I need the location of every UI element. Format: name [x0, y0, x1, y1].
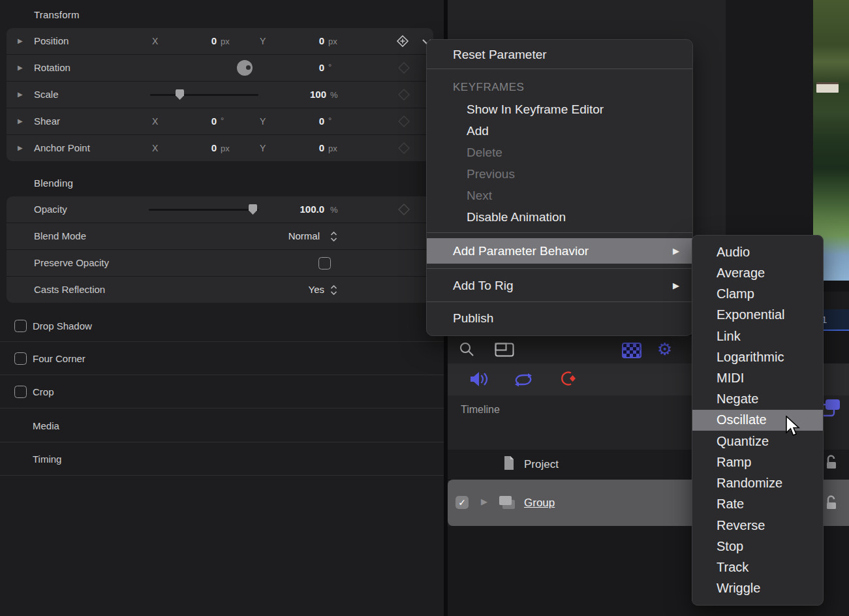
x-value-field[interactable]: 0 [163, 142, 217, 153]
drop-shadow-checkbox[interactable] [14, 320, 27, 332]
rotation-value-field[interactable]: 0 [268, 62, 324, 73]
param-label: Scale [34, 89, 59, 100]
submenu-item-audio[interactable]: Audio [692, 241, 823, 262]
document-icon [503, 455, 515, 470]
param-label: Anchor Point [34, 142, 90, 153]
transform-rows: ▶ Position X 0 px Y 0 px ▶ Rotation [7, 28, 433, 161]
keyframe-button[interactable] [397, 61, 410, 74]
row-shear: ▶ Shear X 0 ° Y 0 ° [7, 108, 433, 134]
submenu-item-randomize[interactable]: Randomize [692, 473, 823, 494]
x-value-field[interactable]: 0 [163, 116, 217, 127]
menu-item-delete: Delete [427, 142, 692, 163]
scale-slider-thumb[interactable] [176, 89, 184, 100]
mouse-cursor [785, 416, 801, 438]
y-axis-label: Y [260, 36, 266, 46]
project-label: Project [524, 458, 559, 471]
disclosure-triangle[interactable]: ▶ [18, 65, 23, 71]
popup-stepper-icon[interactable] [330, 232, 337, 241]
disclosure-triangle[interactable]: ▶ [18, 118, 23, 125]
submenu-item-reverse[interactable]: Reverse [692, 515, 823, 536]
scale-unit-label: % [330, 90, 338, 100]
menu-item-show-in-keyframe-editor[interactable]: Show In Keyframe Editor [427, 99, 692, 120]
keyframe-button[interactable] [397, 115, 410, 128]
submenu-item-exponential[interactable]: Exponential [692, 305, 823, 326]
opacity-slider-track[interactable] [149, 209, 258, 211]
submenu-item-oscillate[interactable]: Oscillate [692, 410, 823, 431]
submenu-item-rate[interactable]: Rate [692, 494, 823, 515]
submenu-item-wriggle[interactable]: Wriggle [692, 578, 823, 599]
keyframe-button[interactable] [397, 203, 410, 216]
group-label: Drop Shadow [33, 320, 92, 331]
disclosure-triangle[interactable]: ▶ [481, 499, 487, 505]
submenu-item-link[interactable]: Link [692, 326, 823, 346]
menu-item-add-to-rig[interactable]: Add To Rig ▶ [427, 273, 692, 299]
menu-divider [427, 69, 692, 69]
menu-item-disable-animation[interactable]: Disable Animation [427, 206, 692, 228]
disclosure-triangle[interactable]: ▶ [18, 145, 23, 151]
submenu-item-track[interactable]: Track [692, 557, 823, 578]
dial-indicator-dot [246, 65, 251, 70]
four-corner-checkbox[interactable] [14, 352, 27, 365]
group-label[interactable]: Group [524, 497, 555, 510]
keyframe-button[interactable] [397, 142, 410, 155]
blend-mode-popup[interactable]: Normal [255, 230, 320, 241]
settings-gear-icon[interactable]: ⚙ [657, 341, 672, 358]
audio-speaker-icon[interactable] [469, 371, 488, 388]
preserve-opacity-checkbox[interactable] [318, 257, 331, 270]
group-layers-icon [497, 494, 521, 512]
keyframe-button[interactable] [397, 88, 410, 101]
row-scale: ▶ Scale 100 % [7, 81, 433, 108]
row-position: ▶ Position X 0 px Y 0 px [7, 28, 433, 54]
display-frame-icon[interactable] [495, 343, 514, 357]
disclosure-triangle[interactable]: ▶ [18, 91, 23, 98]
loop-icon[interactable] [512, 371, 534, 388]
rotation-dial[interactable] [237, 60, 253, 76]
y-value-field[interactable]: 0 [268, 35, 324, 46]
submenu-item-quantize[interactable]: Quantize [692, 431, 823, 452]
x-value-field[interactable]: 0 [163, 35, 217, 46]
group-activation-checkbox[interactable]: ✓ [455, 496, 469, 509]
param-label: Casts Reflection [34, 284, 105, 295]
submenu-item-stop[interactable]: Stop [692, 536, 823, 557]
search-icon[interactable] [459, 341, 476, 358]
motion-app-window: Transform ▶ Position X 0 px Y 0 px [0, 0, 849, 616]
x-unit-label: px [221, 144, 230, 153]
behavior-submenu: Audio Average Clamp Exponential Link Log… [692, 235, 824, 606]
submenu-item-clamp[interactable]: Clamp [692, 283, 823, 304]
submenu-item-average[interactable]: Average [692, 262, 823, 283]
submenu-item-midi[interactable]: MIDI [692, 367, 823, 388]
submenu-item-negate[interactable]: Negate [692, 389, 823, 410]
y-value-field[interactable]: 0 [268, 142, 324, 153]
y-value-field[interactable]: 0 [268, 116, 324, 127]
menu-item-reset-parameter[interactable]: Reset Parameter [427, 44, 692, 66]
transparency-checkerboard-icon[interactable] [622, 343, 641, 358]
disclosure-triangle[interactable]: ▶ [18, 38, 23, 44]
record-keyframe-icon[interactable] [558, 370, 578, 387]
group-label: Crop [33, 386, 54, 397]
casts-reflection-popup[interactable]: Yes [268, 284, 324, 295]
x-axis-label: X [152, 143, 158, 153]
submenu-arrow-icon: ▶ [673, 273, 679, 299]
section-title-blending: Blending [34, 177, 73, 189]
unlocked-padlock-icon[interactable] [824, 494, 841, 511]
submenu-item-ramp[interactable]: Ramp [692, 452, 823, 472]
opacity-value-field[interactable]: 100.0 [255, 204, 324, 215]
row-preserve-opacity: Preserve Opacity [7, 249, 433, 276]
crop-checkbox[interactable] [14, 386, 27, 398]
rotation-unit-label: ° [328, 62, 332, 72]
menu-item-publish[interactable]: Publish [427, 305, 692, 331]
add-keyframe-icon[interactable] [396, 35, 409, 48]
menu-item-add-parameter-behavior[interactable]: Add Parameter Behavior ▶ [427, 238, 692, 264]
row-media: Media [0, 408, 444, 442]
row-opacity: Opacity 100.0 % [7, 196, 433, 223]
scale-value-field[interactable]: 100 [268, 89, 326, 100]
submenu-item-logarithmic[interactable]: Logarithmic [692, 346, 823, 367]
scale-slider-track[interactable] [150, 94, 258, 96]
param-label: Position [34, 35, 69, 46]
x-axis-label: X [152, 116, 158, 127]
unlocked-padlock-icon[interactable] [824, 454, 841, 470]
popup-stepper-icon[interactable] [330, 285, 337, 295]
menu-item-add[interactable]: Add [427, 120, 692, 142]
timeline-label: Timeline [461, 404, 500, 416]
y-axis-label: Y [260, 143, 266, 153]
